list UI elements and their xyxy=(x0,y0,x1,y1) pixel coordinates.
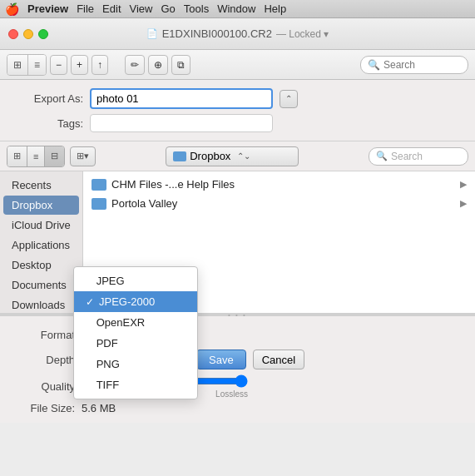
menu-go[interactable]: Go xyxy=(161,2,175,15)
sidebar: Recents Dropbox iCloud Drive Application… xyxy=(0,171,83,313)
browser-icon-view[interactable]: ⊞ xyxy=(7,146,27,166)
adjust-button[interactable]: ⊕ xyxy=(148,55,168,75)
file-size-label: File Size: xyxy=(17,402,75,414)
format-label: Format xyxy=(17,329,75,341)
check-empty-tiff xyxy=(86,379,92,391)
format-option-tiff[interactable]: TIFF xyxy=(74,374,197,395)
folder-icon-portola xyxy=(92,198,106,210)
menu-file[interactable]: File xyxy=(77,2,94,15)
format-option-png[interactable]: PNG xyxy=(74,354,197,374)
tags-row: Tags: xyxy=(17,114,458,132)
path-label: Dropbox xyxy=(190,150,230,162)
minimize-button[interactable] xyxy=(23,29,33,39)
search-icon: 🔍 xyxy=(368,59,380,71)
menu-edit[interactable]: Edit xyxy=(102,2,121,15)
browser-view-buttons: ⊞ ≡ ⊟ xyxy=(7,146,65,167)
zoom-out-button[interactable]: − xyxy=(50,55,67,75)
check-empty-pdf xyxy=(86,338,92,350)
app-name[interactable]: Preview xyxy=(27,2,68,15)
browser-search: 🔍 Search xyxy=(369,147,468,166)
format-option-pdf[interactable]: PDF xyxy=(74,333,197,354)
file-size-row: File Size: 5.6 MB xyxy=(17,402,458,414)
arrow-right-icon-chm: ▶ xyxy=(460,179,467,190)
tags-label: Tags: xyxy=(17,117,83,130)
file-item-portola[interactable]: Portola Valley ▶ xyxy=(83,194,475,213)
crop-button[interactable]: ⧉ xyxy=(171,55,190,75)
sidebar-item-dropbox[interactable]: Dropbox xyxy=(3,196,79,215)
cancel-button[interactable]: Cancel xyxy=(253,350,304,369)
slider-max-label: Lossless xyxy=(215,389,248,399)
browser-list-view[interactable]: ≡ xyxy=(27,146,45,166)
tags-input[interactable] xyxy=(90,114,273,132)
browser-search-icon: 🔍 xyxy=(376,151,388,161)
menu-window[interactable]: Window xyxy=(217,2,255,15)
file-size-value: 5.6 MB xyxy=(82,402,116,414)
sidebar-item-documents[interactable]: Documents xyxy=(3,275,79,295)
toolbar-search: 🔍 xyxy=(360,56,468,74)
browser-main: Recents Dropbox iCloud Drive Application… xyxy=(0,171,475,313)
zoom-in-button[interactable]: + xyxy=(71,55,88,75)
list-view-button[interactable]: ≡ xyxy=(28,55,46,75)
browser-search-label[interactable]: Search xyxy=(391,151,423,162)
maximize-button[interactable] xyxy=(38,29,48,39)
check-empty-jpeg xyxy=(86,275,92,287)
pencil-button[interactable]: ✏ xyxy=(125,55,145,75)
file-name-chm: CHM Files -...e Help Files xyxy=(111,178,235,191)
check-empty-openexr xyxy=(86,317,92,329)
export-as-label: Export As: xyxy=(17,92,83,105)
menu-tools[interactable]: Tools xyxy=(184,2,209,15)
save-button[interactable]: Save xyxy=(196,350,246,369)
check-empty-png xyxy=(86,359,92,370)
grid-size-button[interactable]: ⊞▾ xyxy=(70,146,96,166)
arrow-right-icon-portola: ▶ xyxy=(460,198,467,209)
format-option-jpeg2000[interactable]: ✓ JPEG-2000 xyxy=(74,291,197,312)
format-option-openexr[interactable]: OpenEXR xyxy=(74,312,197,333)
export-bar: Export As: ⌃ Tags: xyxy=(0,80,475,141)
folder-icon xyxy=(173,151,186,161)
folder-icon-chm xyxy=(92,179,106,191)
apple-menu[interactable]: 🍎 xyxy=(5,2,19,16)
path-chevron-icon: ⌃⌄ xyxy=(237,151,250,161)
browser-path[interactable]: Dropbox ⌃⌄ xyxy=(166,146,299,166)
browser-column-view[interactable]: ⊟ xyxy=(45,146,64,166)
format-dropdown: JPEG ✓ JPEG-2000 OpenEXR PDF PNG TIFF xyxy=(73,266,198,399)
format-option-jpeg[interactable]: JPEG xyxy=(74,270,197,291)
expand-button[interactable]: ⌃ xyxy=(280,90,298,108)
file-item-chm[interactable]: CHM Files -...e Help Files ▶ xyxy=(83,175,475,194)
sidebar-item-recents[interactable]: Recents xyxy=(3,176,79,195)
toolbar: ⊞ ≡ − + ↑ ✏ ⊕ ⧉ 🔍 xyxy=(0,50,475,80)
depth-label: Depth xyxy=(17,354,75,366)
title-bar: 📄 E1DXINBI000100.CR2 — Locked ▾ xyxy=(0,18,475,50)
menu-bar: 🍎 Preview File Edit View Go Tools Window… xyxy=(0,0,475,18)
sidebar-item-downloads[interactable]: Downloads xyxy=(3,295,79,315)
sidebar-item-desktop[interactable]: Desktop xyxy=(3,255,79,275)
file-name-portola: Portola Valley xyxy=(111,197,177,210)
sidebar-item-applications[interactable]: Applications xyxy=(3,236,79,255)
export-as-input[interactable] xyxy=(90,88,273,109)
view-toggle-group: ⊞ ≡ xyxy=(7,54,47,76)
quality-label: Quality xyxy=(17,380,75,393)
search-input[interactable] xyxy=(383,59,467,71)
browser-toolbar: ⊞ ≡ ⊟ ⊞▾ Dropbox ⌃⌄ 🔍 Search xyxy=(0,141,475,171)
export-as-row: Export As: ⌃ xyxy=(17,88,458,109)
menu-help[interactable]: Help xyxy=(264,2,286,15)
bottom-section: JPEG ✓ JPEG-2000 OpenEXR PDF PNG TIFF Fo… xyxy=(0,316,475,423)
sidebar-item-icloud[interactable]: iCloud Drive xyxy=(3,216,79,235)
traffic-lights xyxy=(8,29,48,39)
icon-view-button[interactable]: ⊞ xyxy=(7,55,28,75)
check-selected-icon: ✓ xyxy=(86,296,94,308)
window-title: 📄 E1DXINBI000100.CR2 — Locked ▾ xyxy=(146,27,329,40)
share-button[interactable]: ↑ xyxy=(92,55,108,75)
close-button[interactable] xyxy=(8,29,18,39)
menu-view[interactable]: View xyxy=(130,2,153,15)
